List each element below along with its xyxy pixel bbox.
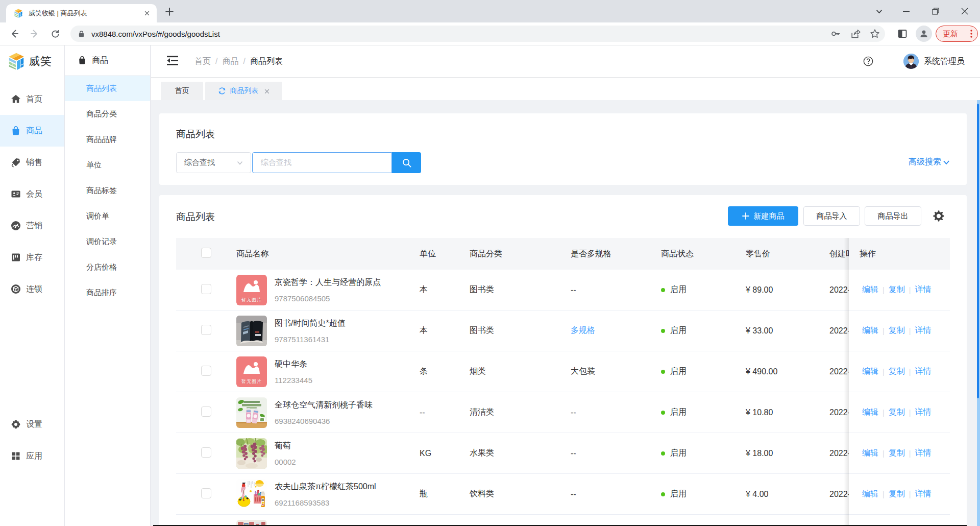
operation-复制[interactable]: 复制 — [889, 366, 905, 377]
back-button[interactable] — [7, 27, 21, 41]
table-settings-gear-icon[interactable] — [933, 210, 944, 222]
sidebar-item-营销[interactable]: 营销 — [0, 210, 64, 242]
operation-separator: | — [883, 368, 885, 376]
product-name: 图书/时间简史*超值 — [275, 318, 346, 328]
row-checkbox[interactable] — [201, 407, 211, 417]
operation-编辑[interactable]: 编辑 — [862, 448, 878, 459]
import-products-button[interactable]: 商品导入 — [803, 206, 860, 226]
breadcrumb-item-首页[interactable]: 首页 — [194, 56, 211, 67]
operation-详情[interactable]: 详情 — [915, 489, 931, 499]
operation-复制[interactable]: 复制 — [889, 489, 905, 499]
password-key-icon[interactable] — [830, 29, 841, 39]
row-operations: 编辑|复制|详情 — [849, 310, 950, 351]
operation-编辑[interactable]: 编辑 — [862, 489, 878, 499]
table-row: 中华5000 — [176, 515, 950, 526]
row-checkbox[interactable] — [201, 488, 211, 498]
submenu-header: 商品 — [65, 45, 150, 76]
window-close-button[interactable] — [953, 0, 976, 22]
browser-update-button[interactable]: 更新 — [936, 26, 978, 42]
row-checkbox[interactable] — [201, 284, 211, 294]
tab-close-icon[interactable] — [142, 9, 152, 18]
side-panel-icon[interactable] — [895, 27, 910, 41]
view-tab-商品列表[interactable]: 商品列表 — [205, 82, 282, 100]
breadcrumb-item-商品[interactable]: 商品 — [222, 56, 238, 67]
search-input[interactable]: 综合查找 — [252, 152, 392, 173]
advanced-search-link[interactable]: 高级搜索 — [909, 157, 950, 168]
create-product-button[interactable]: 新建商品 — [728, 206, 798, 226]
operation-复制[interactable]: 复制 — [889, 448, 905, 459]
sidebar-item-首页[interactable]: 首页 — [0, 83, 64, 115]
operation-编辑[interactable]: 编辑 — [862, 325, 878, 336]
submenu-item-商品标签[interactable]: 商品标签 — [65, 178, 150, 203]
window-minimize-button[interactable] — [894, 0, 918, 22]
submenu-item-商品分类[interactable]: 商品分类 — [65, 101, 150, 127]
browser-profile-icon[interactable] — [916, 26, 932, 42]
breadcrumb: 首页/商品/商品列表 — [194, 45, 283, 77]
operation-编辑[interactable]: 编辑 — [862, 407, 878, 418]
browser-menu-dots-icon[interactable] — [970, 30, 972, 38]
product-name: 农夫山泉茶π柠檬红茶500ml — [275, 482, 376, 492]
sales-tag-icon — [11, 157, 21, 168]
sidebar-item-商品[interactable]: 商品 — [0, 115, 64, 147]
submenu-item-调价记录[interactable]: 调价记录 — [65, 229, 150, 254]
vertical-scrollbar-thumb[interactable] — [977, 104, 979, 398]
row-checkbox[interactable] — [201, 447, 211, 458]
submenu-item-分店价格[interactable]: 分店价格 — [65, 254, 150, 280]
bookmark-star-icon[interactable] — [870, 29, 880, 39]
column-operations: 操作 — [849, 238, 950, 270]
app-logo[interactable]: 威笑 — [7, 51, 52, 72]
product-price: ¥ 490.00 — [738, 367, 819, 376]
share-icon[interactable] — [850, 29, 861, 39]
tab-refresh-icon[interactable] — [218, 87, 226, 95]
select-all-checkbox[interactable] — [201, 248, 211, 258]
operation-编辑[interactable]: 编辑 — [862, 366, 878, 377]
forward-button[interactable] — [28, 27, 42, 41]
operation-详情[interactable]: 详情 — [915, 407, 931, 418]
submenu-item-商品品牌[interactable]: 商品品牌 — [65, 127, 150, 152]
operation-详情[interactable]: 详情 — [915, 325, 931, 336]
app-root: 威笑 首页商品销售会员营销库存连锁 设置应用 商品 商品列表商品分类商品品牌单位… — [0, 45, 980, 526]
new-tab-button[interactable] — [163, 5, 176, 18]
submenu-item-调价单[interactable]: 调价单 — [65, 203, 150, 229]
sidebar-item-会员[interactable]: 会员 — [0, 178, 64, 210]
operation-详情[interactable]: 详情 — [915, 284, 931, 295]
tab-search-chevron-icon[interactable] — [867, 0, 891, 22]
sidebar-item-连锁[interactable]: 连锁 — [0, 273, 64, 305]
operation-复制[interactable]: 复制 — [889, 284, 905, 295]
row-checkbox[interactable] — [201, 325, 211, 335]
address-bar[interactable]: vx8848.com/vxPos/#/goods/goodsList — [70, 26, 885, 42]
search-type-select[interactable]: 综合查找 — [176, 152, 251, 173]
breadcrumb-separator: / — [243, 57, 245, 66]
help-icon[interactable] — [863, 56, 873, 66]
browser-tab[interactable]: 威笑收银 | 商品列表 — [6, 4, 157, 22]
sidebar-item-应用[interactable]: 应用 — [0, 440, 64, 472]
submenu-item-商品列表[interactable]: 商品列表 — [65, 76, 150, 101]
operation-复制[interactable]: 复制 — [889, 407, 905, 418]
product-category: 清洁类 — [464, 407, 564, 418]
goods-bag-icon — [78, 56, 87, 65]
operation-编辑[interactable]: 编辑 — [862, 284, 878, 295]
sidebar-item-销售[interactable]: 销售 — [0, 147, 64, 178]
collapse-sidebar-icon[interactable] — [166, 55, 179, 66]
user-avatar[interactable] — [903, 54, 919, 69]
row-checkbox[interactable] — [201, 366, 211, 376]
window-restore-button[interactable] — [924, 0, 947, 22]
operation-详情[interactable]: 详情 — [915, 366, 931, 377]
view-tab-首页[interactable]: 首页 — [161, 82, 203, 100]
product-unit: -- — [414, 408, 464, 417]
breadcrumb-separator: / — [215, 57, 217, 66]
vertical-scrollbar-track — [977, 100, 980, 526]
user-name[interactable]: 系统管理员 — [924, 56, 965, 67]
operation-复制[interactable]: 复制 — [889, 325, 905, 336]
product-spec[interactable]: 多规格 — [564, 325, 656, 336]
reload-button[interactable] — [48, 27, 62, 41]
search-button[interactable] — [392, 152, 421, 173]
export-products-button[interactable]: 商品导出 — [865, 206, 921, 226]
submenu-item-单位[interactable]: 单位 — [65, 152, 150, 178]
tab-close-icon[interactable] — [264, 87, 270, 95]
operation-详情[interactable]: 详情 — [915, 448, 931, 459]
submenu-item-商品排序[interactable]: 商品排序 — [65, 280, 150, 305]
sidebar-item-库存[interactable]: 库存 — [0, 242, 64, 273]
sidebar-item-设置[interactable]: 设置 — [0, 409, 64, 440]
product-spec: -- — [564, 408, 656, 417]
